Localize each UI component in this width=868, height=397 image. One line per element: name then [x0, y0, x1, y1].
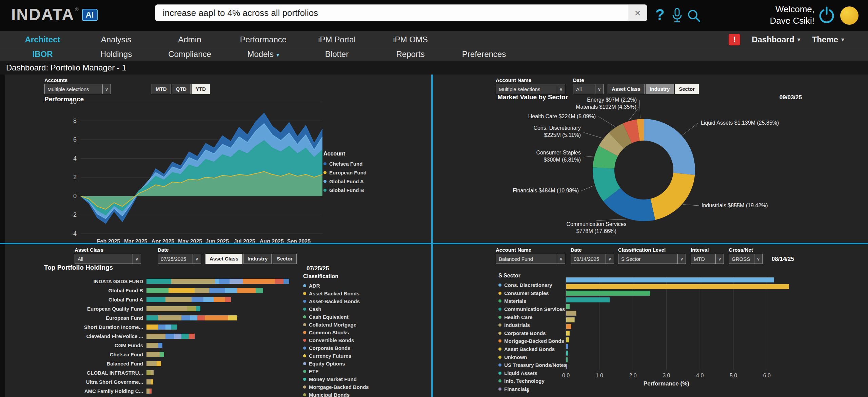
nav-item-models[interactable]: Models▾ [226, 47, 300, 61]
legend-item-materials[interactable]: Materials [498, 297, 567, 305]
legend-item-consumer-staples[interactable]: Consumer Staples [498, 289, 567, 297]
legend-item-european-fund[interactable]: European Fund [323, 168, 367, 177]
bar-segment-equity-options[interactable] [174, 334, 182, 339]
legend-item-chelsea-fund[interactable]: Chelsea Fund [323, 159, 367, 168]
legend-item-adr[interactable]: ADR [303, 282, 369, 290]
legend-item-municipal-bonds[interactable]: Municipal Bonds [303, 391, 369, 397]
legend-item-liquid-assets[interactable]: Liquid Assets [498, 369, 567, 377]
legend-item-asset-backed-bonds[interactable]: Asset-Backed Bonds [303, 297, 369, 305]
legend-item-mortgage-backed-bonds[interactable]: Mortgage-Backed Bonds [303, 383, 369, 391]
legend-item-etf[interactable]: ETF [303, 368, 369, 375]
bar-cons-discretionary[interactable] [566, 277, 774, 283]
bar-segment-corporate-bonds[interactable] [192, 297, 203, 302]
search-icon[interactable] [687, 9, 701, 24]
bar-segment-adr[interactable] [203, 297, 214, 302]
bar-segment-convertible-bonds[interactable] [225, 297, 231, 302]
avatar[interactable] [840, 6, 859, 25]
bar-segment-municipal-bonds[interactable] [146, 370, 151, 375]
legend-item-equity-options[interactable]: Equity Options [303, 360, 369, 368]
bar-health-care[interactable] [566, 304, 570, 309]
legend-scroll-down-icon[interactable]: ▼ [525, 389, 530, 394]
toggle-asset-class[interactable]: Asset Class [205, 254, 242, 264]
legend-item-asset-backed-bonds[interactable]: Asset Backed Bonds [498, 345, 567, 353]
legend-item-mortgage-backed-bonds[interactable]: Mortgage-Backed Bonds [498, 337, 567, 345]
nav-item-admin[interactable]: Admin [153, 32, 226, 47]
bar-segment-collateral-mortgage[interactable] [146, 306, 187, 311]
help-icon[interactable]: ? [655, 6, 665, 23]
bar-segment-adr[interactable] [215, 279, 219, 284]
bar-segment-corporate-bonds[interactable] [158, 343, 162, 348]
toggle-sector[interactable]: Sector [273, 254, 297, 264]
toggle-qtd[interactable]: QTD [172, 84, 191, 94]
legend-item-cash[interactable]: Cash [303, 305, 369, 313]
bar-segment-common-stocks[interactable] [237, 288, 256, 293]
clear-search-button[interactable]: × [628, 5, 647, 21]
bar-consumer-staples[interactable] [566, 284, 789, 289]
bar-segment-adr[interactable] [165, 325, 171, 330]
bar-materials[interactable] [566, 291, 650, 296]
bar-segment-common-stocks[interactable] [205, 315, 228, 320]
bar-segment-convertible-bonds[interactable] [150, 389, 152, 394]
bar-segment-cash[interactable] [146, 297, 165, 302]
accounts-select[interactable]: Multiple selections ∨ [44, 84, 111, 94]
donut-segment-liquid-assets[interactable] [644, 119, 695, 175]
bar-segment-cash-equivalent[interactable] [160, 352, 164, 357]
logout-power-icon[interactable] [817, 6, 836, 26]
legend-item-currency-futures[interactable]: Currency Futures [303, 352, 369, 360]
nav-item-ipm-portal[interactable]: iPM Portal [300, 32, 374, 47]
bar-industrials[interactable] [566, 311, 576, 316]
legend-item-industrials[interactable]: Industrials [498, 321, 567, 329]
nav-item-analysis[interactable]: Analysis [79, 32, 153, 47]
bar-segment-convertible-bonds[interactable] [275, 279, 283, 284]
legend-item-common-stocks[interactable]: Common Stocks [303, 329, 369, 336]
microphone-icon[interactable] [671, 7, 683, 24]
bar-segment-collateral-mortgage[interactable] [146, 352, 160, 357]
bar-segment-cash[interactable] [196, 306, 200, 311]
bar-segment-corporate-bonds[interactable] [165, 334, 174, 339]
nav-item-architect[interactable]: Architect [6, 32, 79, 47]
legend-item-us-treasury-bonds-notes[interactable]: US Treasury Bonds/Notes [498, 361, 567, 369]
bar-segment-convertible-bonds[interactable] [197, 315, 205, 320]
toggle-asset-class[interactable]: Asset Class [608, 84, 645, 94]
nav-item-blotter[interactable]: Blotter [300, 47, 374, 61]
bar-segment-collateral-mortgage[interactable] [146, 334, 165, 339]
nav-item-performance[interactable]: Performance [226, 32, 300, 47]
bar-segment-cash[interactable] [171, 325, 177, 330]
bar-segment-collateral-mortgage[interactable] [151, 370, 154, 375]
bar-segment-collateral-mortgage[interactable] [171, 279, 215, 284]
bar-segment-currency-futures[interactable] [228, 315, 237, 320]
toggle-industry[interactable]: Industry [646, 84, 674, 94]
bar-segment-asset-backed-bonds[interactable] [151, 379, 153, 384]
bar-segment-convertible-bonds[interactable] [189, 334, 195, 339]
bar-segment-common-stocks[interactable] [214, 297, 225, 302]
bar-segment-municipal-bonds[interactable] [187, 306, 196, 311]
legend-item-cons-discretionary[interactable]: Cons. Discretionary [498, 281, 567, 289]
legend-item-info-technology[interactable]: Info. Technology [498, 377, 567, 385]
bar-segment-corporate-bonds[interactable] [219, 279, 230, 284]
bar-corporate-bonds[interactable] [566, 317, 575, 322]
legend-item-corporate-bonds[interactable]: Corporate Bonds [303, 344, 369, 352]
bar-segment-collateral-mortgage[interactable] [146, 379, 151, 384]
legend-item-cash-equivalent[interactable]: Cash Equivalent [303, 313, 369, 321]
legend-item-money-market-fund[interactable]: Money Market Fund [303, 375, 369, 383]
toggle-industry[interactable]: Industry [243, 254, 272, 264]
bar-segment-collateral-mortgage[interactable] [146, 343, 158, 348]
bar-segment-cash[interactable] [181, 334, 189, 339]
theme-menu[interactable]: Theme ▾ [812, 35, 844, 44]
toggle-sector[interactable]: Sector [675, 84, 699, 94]
bar-segment-collateral-mortgage[interactable] [146, 361, 157, 366]
nav-item-ipm-oms[interactable]: iPM OMS [374, 32, 447, 47]
legend-item-convertible-bonds[interactable]: Convertible Bonds [303, 336, 369, 344]
bar-segment-corporate-bonds[interactable] [209, 288, 225, 293]
legend-item-health-care[interactable]: Health Care [498, 313, 567, 321]
legend-item-global-fund-b[interactable]: Global Fund B [323, 186, 367, 194]
nav-item-preferences[interactable]: Preferences [447, 47, 521, 61]
bar-segment-cash-equivalent[interactable] [146, 288, 169, 293]
date-select[interactable]: 07/25/2025 ∨ [158, 254, 201, 264]
asset-class-select[interactable]: All ∨ [75, 254, 141, 264]
legend-item-unknown[interactable]: Unknown [498, 353, 567, 361]
legend-item-financials[interactable]: Financials [498, 385, 567, 393]
bar-segment-corporate-bonds[interactable] [158, 325, 165, 330]
bar-segment-cash[interactable] [146, 315, 158, 320]
toggle-ytd[interactable]: YTD [192, 84, 210, 94]
